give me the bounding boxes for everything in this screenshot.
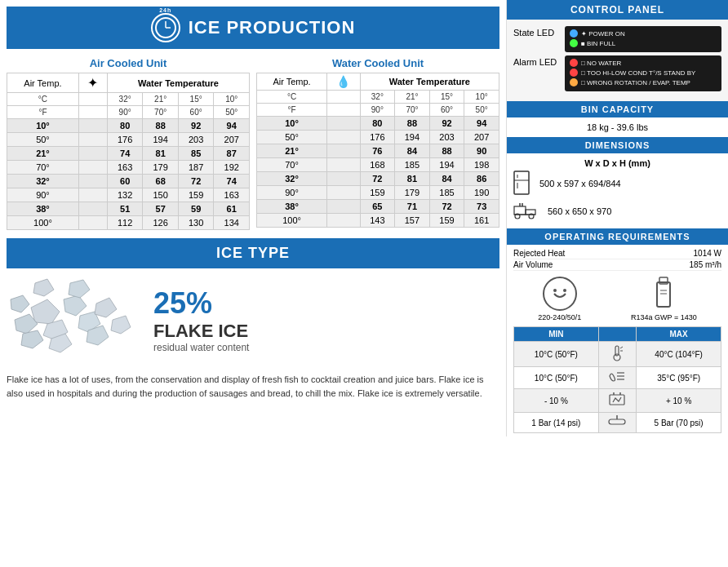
table-row (327, 144, 360, 158)
table-row: 100° (257, 214, 327, 228)
water-pipe-icon (608, 415, 626, 428)
table-row: 80 (107, 119, 143, 133)
alarm-led-row: Alarm LED □ NO WATER □ TOO HI-LOW COND T… (513, 55, 721, 91)
water-temp-header: Water Temperature (107, 73, 249, 93)
max-val-2: 35°C (95°F) (637, 367, 721, 389)
control-panel-header: CONTROL PANEL (507, 0, 728, 20)
table-row (327, 131, 360, 144)
table-row (327, 172, 360, 186)
table-row: 130 (178, 216, 214, 230)
table-row: 163 (107, 161, 143, 175)
table-row: 92 (429, 117, 464, 131)
ice-type-header: ICE TYPE (7, 238, 499, 268)
table-row: 185 (395, 158, 430, 172)
table-row: 190 (464, 186, 499, 200)
table-row: 207 (464, 131, 499, 144)
wt-15c: 15° (178, 93, 214, 106)
clock-icon: 24h (151, 13, 180, 42)
clock-24-label: 24h (159, 7, 171, 13)
svg-point-46 (616, 415, 618, 417)
table-row (327, 214, 360, 228)
table-row: 70° (257, 158, 327, 172)
ice-type-description: residual water content (153, 342, 499, 353)
table-row: 157 (395, 214, 430, 228)
table-row: 74 (214, 175, 250, 188)
rejected-heat-value: 1014 W (694, 249, 721, 258)
table-row (327, 200, 360, 214)
max-val-4: 5 Bar (70 psi) (637, 413, 721, 433)
wc-15c: 15° (429, 91, 464, 104)
flake-ice-svg (7, 275, 137, 365)
table-row: 203 (178, 133, 214, 147)
empty-cell2 (78, 106, 107, 119)
ice-type-text: Flake ice has a lot of uses, from the co… (7, 373, 499, 400)
table-row: 65 (360, 200, 395, 214)
ice-percent: 25% (153, 286, 499, 321)
table-row: 84 (429, 172, 464, 186)
table-row: 76 (360, 144, 395, 158)
rotation-led-text: □ WRONG ROTATION / EVAP. TEMP (581, 79, 690, 86)
table-row (78, 161, 107, 175)
table-row: 194 (429, 158, 464, 172)
table-row: 176 (107, 133, 143, 147)
air-volume-value: 185 m³/h (690, 260, 721, 269)
wt-32c: 32° (107, 93, 143, 106)
wc-32c: 32° (360, 91, 395, 104)
flake-ice-image (7, 275, 137, 365)
table-row: 159 (360, 186, 395, 200)
dim-row-2: 560 x 650 x 970 (513, 199, 721, 224)
svg-rect-30 (657, 282, 670, 307)
table-row (78, 188, 107, 202)
table-row: 150 (143, 188, 179, 202)
dim-value-1: 500 x 597 x 694/844 (539, 179, 621, 188)
bin-led-text: ■ BIN FULL (581, 40, 615, 47)
fahrenheit-header: °F (7, 106, 79, 119)
svg-point-29 (563, 289, 566, 292)
table-row: 71 (395, 200, 430, 214)
wt-60f: 60° (178, 106, 214, 119)
fan-icon-cell: ✦ (78, 73, 107, 93)
rotation-led-dot (570, 78, 578, 86)
rejected-heat-label: Rejected Heat (513, 249, 565, 258)
table-row: 32° (257, 172, 327, 186)
wt-10c: 10° (214, 93, 250, 106)
table-row (78, 119, 107, 133)
table-row: 61 (214, 202, 250, 216)
water-cooled-table: Air Temp. 💧 Water Temperature °C 32° 21°… (256, 73, 499, 228)
control-panel-content: State LED ✦ POWER ON ■ BIN FULL Alarm LE… (507, 20, 728, 101)
table-row: 126 (143, 216, 179, 230)
max-header: MAX (637, 327, 721, 342)
wc-21c: 21° (395, 91, 430, 104)
op-rejected-heat: Rejected Heat 1014 W (513, 248, 721, 259)
led-item-power: ✦ POWER ON (570, 29, 717, 38)
cond-led-text: □ TOO HI-LOW COND T°/S STAND BY (581, 69, 695, 77)
table-row: 187 (178, 161, 214, 175)
svg-rect-16 (514, 171, 529, 194)
svg-line-36 (620, 347, 623, 348)
icon-1 (598, 342, 637, 367)
table-row: 68 (143, 175, 179, 188)
min-val-1: 10°C (50°F) (514, 342, 599, 367)
table-row: 50° (257, 131, 327, 144)
table-row: 38° (7, 202, 79, 216)
table-row: 73 (464, 200, 499, 214)
table-row: 179 (395, 186, 430, 200)
table-row: 57 (143, 202, 179, 216)
table-row: 198 (464, 158, 499, 172)
led-item-bin: ■ BIN FULL (570, 39, 717, 47)
table-row: 21° (7, 147, 79, 161)
icon-2 (598, 367, 637, 389)
table-row: 10°C (50°F) 40°C (104°F) (514, 342, 721, 367)
wc-celsius-header: °C (257, 91, 327, 104)
table-row (78, 175, 107, 188)
svg-marker-6 (64, 295, 87, 316)
table-row: 86 (464, 172, 499, 186)
plug-item: 220-240/50/1 (538, 276, 581, 321)
dim-value-2: 560 x 650 x 970 (548, 206, 611, 216)
table-row (78, 216, 107, 230)
power-icons-row: 220-240/50/1 R134a GWP = 1430 (513, 271, 721, 326)
wt-90f: 90° (107, 106, 143, 119)
table-row: 207 (214, 133, 250, 147)
table-row: 90° (257, 186, 327, 200)
table-row: 194 (395, 131, 430, 144)
